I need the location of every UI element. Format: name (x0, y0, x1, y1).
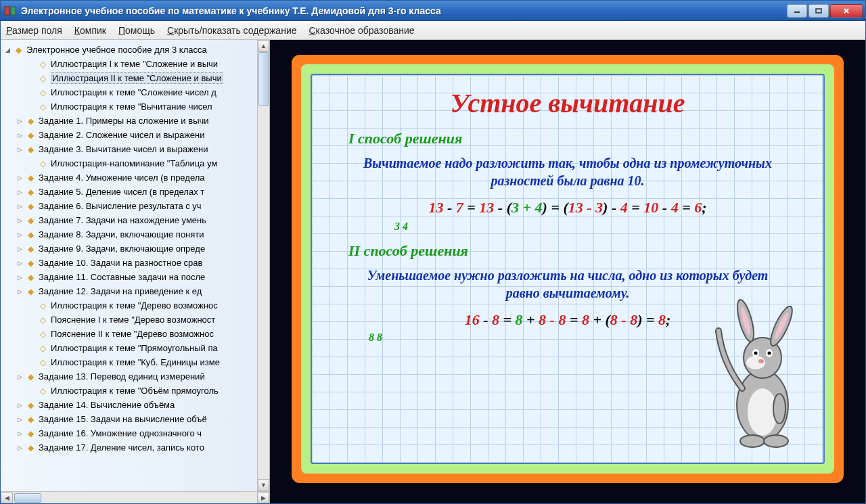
tree-item[interactable]: Иллюстрация к теме "Объём прямоуголь (1, 384, 269, 398)
page-icon (37, 88, 48, 97)
hscroll-thumb[interactable] (14, 493, 41, 503)
scroll-thumb[interactable] (258, 52, 269, 106)
tree-item[interactable]: ▷Задание 11. Составные задачи на после (1, 270, 269, 284)
maximize-button[interactable] (808, 4, 829, 18)
menu-item[interactable]: Компик (74, 25, 106, 36)
tree-item-label: Иллюстрация к теме "Вычитание чисел (51, 101, 212, 112)
menu-item[interactable]: Размер поля (6, 25, 62, 36)
tree-item-label: Иллюстрация к теме "Сложение чисел д (51, 87, 216, 97)
tree-item-label: Иллюстрация к теме "Объём прямоуголь (51, 386, 219, 396)
tree-item[interactable]: ▷Задание 7. Задачи на нахождение умень (1, 213, 269, 227)
tree-item[interactable]: Иллюстрация к теме "Вычитание чисел (1, 99, 269, 114)
expand-icon[interactable]: ▷ (16, 188, 24, 196)
expand-icon[interactable]: ▷ (16, 174, 24, 182)
expand-icon[interactable]: ▷ (16, 444, 24, 452)
app-window: Электронное учебное пособие по математик… (0, 0, 866, 504)
tree-item[interactable]: ▷Задание 1. Примеры на сложение и вычи (1, 114, 269, 128)
expand-icon[interactable]: ▷ (16, 202, 24, 210)
tree-item-label: Задание 14. Вычисление объёма (39, 400, 175, 410)
lesson-card-outer: Устное вычитание I способ решения Вычита… (292, 55, 844, 483)
tree-item-label: Задание 5. Деление чисел (в пределах т (39, 187, 204, 197)
tree-item[interactable]: ▷Задание 12. Задачи на приведение к ед (1, 284, 269, 298)
tree-item-label: Иллюстрация к теме "Прямоугольный па (51, 343, 218, 353)
book-icon (25, 216, 36, 225)
tree-item[interactable]: Пояснение I к теме "Дерево возможност (1, 313, 269, 327)
expand-icon[interactable]: ▷ (16, 145, 24, 154)
scroll-left-button[interactable]: ◀ (1, 492, 13, 503)
tree-item[interactable]: ▷Задание 10. Задачи на разностное срав (1, 256, 269, 270)
svg-point-21 (764, 435, 788, 447)
expand-icon[interactable]: ▷ (16, 430, 24, 438)
expand-icon[interactable]: ▷ (16, 259, 24, 267)
menubar: Размер поляКомпикПомощьСкрыть/показать с… (1, 21, 865, 40)
tree-item[interactable]: Иллюстрация к теме "Сложение чисел д (1, 85, 269, 99)
tree-item-label: Задание 11. Составные задачи на после (39, 272, 205, 282)
lesson-card-inner: Устное вычитание I способ решения Вычита… (301, 64, 834, 474)
tree-item[interactable]: ▷Задание 6. Вычисление результата с уч (1, 199, 269, 213)
page-icon (37, 301, 48, 311)
expand-icon[interactable]: ▷ (16, 273, 24, 281)
tree-item-label: Иллюстрация-напоминание "Таблица ум (51, 158, 217, 168)
horizontal-scrollbar[interactable]: ◀ ▶ (1, 491, 269, 503)
tree-item[interactable]: ▷Задание 5. Деление чисел (в пределах т (1, 185, 269, 199)
tree-item[interactable]: ▷Задание 3. Вычитание чисел и выражени (1, 142, 269, 156)
book-icon (25, 116, 36, 126)
book-icon (25, 258, 36, 268)
tree-item[interactable]: Иллюстрация-напоминание "Таблица ум (1, 156, 269, 170)
book-icon (25, 372, 36, 382)
expand-icon[interactable]: ▷ (16, 288, 24, 296)
svg-point-17 (768, 352, 771, 355)
tree-item[interactable]: ▷Задание 15. Задачи на вычисление объё (1, 412, 269, 426)
rabbit-illustration (708, 287, 817, 449)
expand-icon[interactable]: ▷ (16, 231, 24, 239)
sidebar: ◢ Электронное учебное пособие для 3 клас… (1, 40, 270, 503)
tree-item[interactable]: ▷Задание 8. Задачи, включающие поняти (1, 227, 269, 242)
scroll-right-button[interactable]: ▶ (257, 492, 269, 503)
tree-item[interactable]: Пояснение II к теме "Дерево возможнос (1, 327, 269, 341)
expand-icon[interactable]: ▷ (16, 401, 24, 409)
tree-item[interactable]: ▷Задание 9. Задачи, включающие опреде (1, 242, 269, 256)
tree-item-label: Задание 13. Перевод единиц измерений (39, 371, 205, 382)
close-button[interactable] (830, 4, 863, 18)
expand-icon[interactable]: ▷ (16, 117, 24, 125)
tree-item[interactable]: ▷Задание 13. Перевод единиц измерений (1, 369, 269, 384)
tree-item[interactable]: Иллюстрация к теме "Прямоугольный па (1, 341, 269, 355)
tree-item[interactable]: ▷Задание 4. Умножение чисел (в предела (1, 170, 269, 185)
vertical-scrollbar[interactable]: ▲ ▼ (257, 40, 269, 491)
tree-item[interactable]: ▷Задание 2. Сложение чисел и выражени (1, 128, 269, 142)
lesson-grid: Устное вычитание I способ решения Вычита… (311, 74, 825, 464)
titlebar[interactable]: Электронное учебное пособие по математик… (1, 1, 865, 21)
tree-item[interactable]: ▷Задание 16. Умножение однозначного ч (1, 426, 269, 440)
nav-tree[interactable]: ◢ Электронное учебное пособие для 3 клас… (1, 40, 269, 491)
expand-icon[interactable]: ▷ (16, 373, 24, 381)
tree-root[interactable]: ◢ Электронное учебное пособие для 3 клас… (1, 43, 269, 57)
page-icon (37, 102, 48, 112)
tree-item-label: Задание 4. Умножение чисел (в предела (39, 173, 205, 183)
tree-item-label: Иллюстрация I к теме "Сложение и вычи (51, 59, 218, 69)
book-icon (25, 145, 36, 154)
equation-1: 13 - 7 = 13 - (3 + 4) = (13 - 3) - 4 = 1… (328, 199, 807, 216)
scroll-down-button[interactable]: ▼ (258, 479, 269, 491)
tree-item[interactable]: ▷Задание 14. Вычисление объёма (1, 398, 269, 412)
menu-item[interactable]: Скрыть/показать содержание (167, 25, 296, 36)
menu-item[interactable]: Сказочное образование (309, 25, 414, 36)
tree-item[interactable]: Иллюстрация к теме "Куб. Единицы изме (1, 355, 269, 369)
scroll-track[interactable] (258, 52, 269, 479)
minimize-button[interactable] (787, 4, 807, 18)
collapse-icon[interactable]: ◢ (3, 46, 12, 54)
page-icon (37, 329, 48, 339)
tree-item[interactable]: Иллюстрация II к теме "Сложение и вычи (1, 71, 269, 85)
tree-item-label: Пояснение II к теме "Дерево возможнос (51, 329, 214, 339)
tree-item[interactable]: Иллюстрация к теме "Дерево возможнос (1, 298, 269, 313)
expand-icon[interactable]: ▷ (16, 131, 24, 139)
menu-item[interactable]: Помощь (118, 25, 155, 36)
window-title: Электронное учебное пособие по математик… (21, 5, 787, 16)
tree-item[interactable]: ▷Задание 17. Деление чисел, запись кото (1, 440, 269, 455)
tree-item-label: Задание 12. Задачи на приведение к ед (39, 286, 202, 296)
tree-item[interactable]: Иллюстрация I к теме "Сложение и вычи (1, 57, 269, 71)
expand-icon[interactable]: ▷ (16, 216, 24, 225)
lesson-title: Устное вычитание (328, 87, 807, 119)
expand-icon[interactable]: ▷ (16, 245, 24, 253)
scroll-up-button[interactable]: ▲ (258, 40, 269, 52)
expand-icon[interactable]: ▷ (16, 415, 24, 423)
